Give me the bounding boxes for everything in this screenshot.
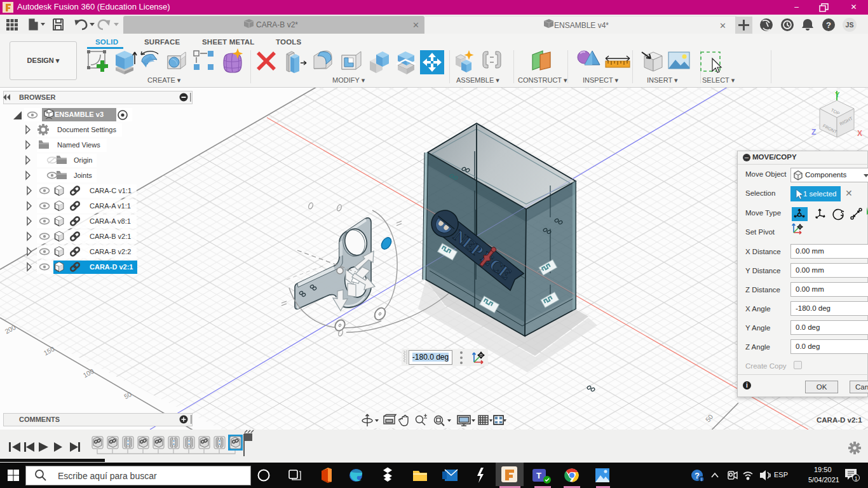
svg-text:Z: Z — [811, 128, 816, 137]
svg-text:1: 1 — [855, 475, 858, 482]
svg-text:X: X — [857, 129, 862, 138]
svg-text:T: T — [536, 471, 541, 480]
svg-text:Y: Y — [835, 91, 840, 98]
